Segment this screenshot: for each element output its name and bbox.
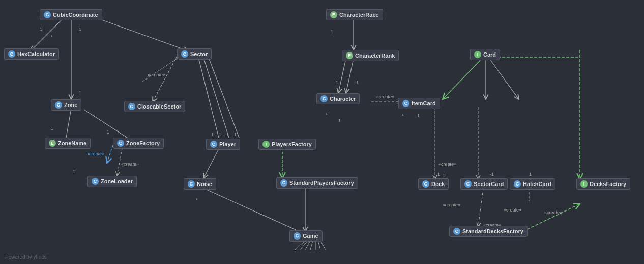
svg-text:«create»: «create»: [544, 210, 562, 215]
svg-text:«create»: «create»: [504, 207, 521, 213]
svg-text:1: 1: [40, 27, 42, 32]
svg-line-40: [310, 241, 313, 250]
svg-text:«create»: «create»: [86, 151, 104, 156]
svg-text:«create»: «create»: [148, 72, 165, 77]
svg-text:*: *: [196, 197, 198, 202]
badge-zone: C: [55, 101, 62, 109]
svg-text:*: *: [402, 113, 404, 118]
svg-line-4: [153, 56, 177, 102]
node-player[interactable]: C Player: [206, 139, 240, 150]
label-deck: Deck: [431, 181, 445, 187]
svg-text:-1: -1: [490, 172, 494, 177]
svg-text:1: 1: [211, 132, 214, 137]
label-character-rank: CharacterRank: [355, 52, 395, 59]
svg-line-42: [318, 241, 320, 250]
svg-line-1: [31, 15, 66, 51]
node-zone-factory[interactable]: C ZoneFactory: [113, 138, 164, 149]
svg-line-7: [66, 109, 71, 138]
label-decks-factory: DecksFactory: [590, 181, 626, 187]
diagram-svg: «create» «create» «create» «create» «cre…: [0, 0, 644, 264]
svg-line-43: [320, 241, 326, 250]
label-closeable-sector: CloseableSector: [137, 103, 181, 110]
label-sector: Sector: [190, 51, 208, 57]
svg-text:1: 1: [437, 172, 440, 177]
badge-deck: C: [422, 180, 429, 188]
node-zone-name[interactable]: E ZoneName: [45, 138, 91, 149]
node-zone-loader[interactable]: C ZoneLoader: [87, 176, 137, 187]
badge-hatch-card: C: [514, 180, 521, 188]
badge-hex-calculator: C: [8, 50, 15, 58]
badge-sector-card: C: [464, 180, 472, 188]
badge-zone-factory: C: [117, 140, 124, 147]
svg-text:1: 1: [226, 132, 229, 137]
label-sector-card: SectorCard: [474, 181, 504, 187]
svg-text:«create»: «create»: [121, 162, 139, 167]
label-player: Player: [219, 141, 236, 147]
svg-line-39: [305, 241, 310, 250]
svg-line-23: [488, 57, 519, 99]
svg-line-28: [478, 189, 483, 227]
svg-line-9: [107, 145, 113, 163]
badge-players-factory: I: [262, 141, 270, 148]
svg-text:1: 1: [79, 27, 81, 32]
badge-player: C: [210, 141, 217, 148]
node-game[interactable]: C Game: [289, 230, 323, 242]
node-deck[interactable]: C Deck: [418, 178, 449, 190]
node-noise[interactable]: C Noise: [184, 178, 216, 190]
label-zone: Zone: [64, 102, 77, 108]
node-cubic-coordinate[interactable]: C CubicCoordinate: [40, 9, 102, 20]
svg-line-33: [203, 149, 219, 178]
node-standard-players-factory[interactable]: C StandardPlayersFactory: [276, 177, 358, 189]
node-hex-calculator[interactable]: C HexCalculator: [4, 48, 59, 60]
badge-card: I: [474, 51, 481, 58]
node-card[interactable]: I Card: [470, 49, 500, 60]
svg-text:1: 1: [79, 90, 81, 95]
svg-text:1: 1: [338, 118, 341, 123]
label-game: Game: [303, 233, 318, 239]
node-character-rank[interactable]: E CharacterRank: [342, 50, 399, 61]
label-noise: Noise: [197, 181, 212, 187]
badge-closeable-sector: C: [128, 103, 135, 110]
svg-text:1: 1: [336, 80, 338, 85]
svg-text:1: 1: [529, 172, 532, 177]
svg-text:1: 1: [51, 126, 53, 131]
svg-text:«create»: «create»: [443, 202, 460, 207]
node-character-race[interactable]: E CharacterRace: [326, 9, 383, 20]
svg-text:*: *: [326, 112, 328, 117]
svg-text:1: 1: [219, 132, 221, 137]
node-closeable-sector[interactable]: C CloseableSector: [124, 101, 185, 112]
svg-line-8: [84, 110, 127, 138]
diagram-container: «create» «create» «create» «create» «cre…: [0, 0, 644, 264]
node-hatch-card[interactable]: C HatchCard: [510, 178, 555, 190]
svg-text:1: 1: [417, 113, 420, 118]
svg-text:*: *: [51, 34, 53, 39]
node-standard-decks-factory[interactable]: C StandardDecksFactory: [449, 226, 528, 237]
node-character[interactable]: C Character: [316, 93, 360, 104]
label-character-race: CharacterRace: [339, 12, 379, 18]
node-decks-factory[interactable]: I DecksFactory: [576, 178, 630, 190]
svg-line-2: [89, 15, 188, 51]
label-zone-factory: ZoneFactory: [126, 140, 160, 146]
badge-zone-loader: C: [92, 178, 99, 185]
node-players-factory[interactable]: I PlayersFactory: [258, 139, 316, 150]
badge-character-race: E: [330, 11, 337, 18]
label-character: Character: [330, 96, 356, 102]
svg-text:1: 1: [443, 173, 445, 178]
label-card: Card: [483, 51, 496, 58]
node-sector-card[interactable]: C SectorCard: [460, 178, 508, 190]
node-zone[interactable]: C Zone: [51, 99, 81, 111]
label-zone-loader: ZoneLoader: [101, 178, 133, 184]
svg-text:«create»: «create»: [376, 94, 394, 99]
badge-decks-factory: I: [580, 180, 588, 188]
svg-line-21: [443, 57, 483, 99]
node-sector[interactable]: C Sector: [177, 48, 212, 60]
svg-line-15: [209, 58, 239, 138]
label-item-card: ItemCard: [412, 100, 436, 107]
label-standard-decks-factory: StandardDecksFactory: [462, 228, 523, 234]
badge-character: C: [320, 95, 328, 102]
node-item-card[interactable]: C ItemCard: [398, 98, 440, 109]
powered-by: Powered by yFiles: [5, 254, 47, 260]
svg-text:1: 1: [73, 169, 75, 174]
svg-text:1: 1: [356, 80, 359, 85]
badge-game: C: [294, 232, 301, 240]
